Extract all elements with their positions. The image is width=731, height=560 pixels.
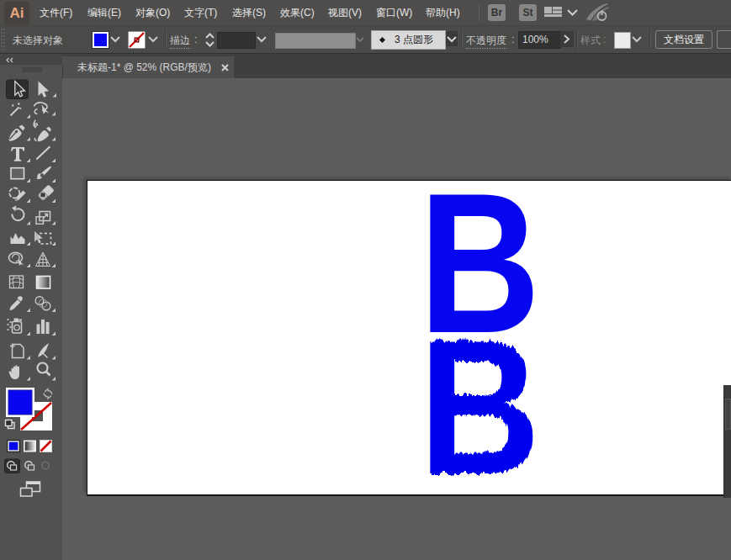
svg-text:B: B (419, 298, 540, 512)
